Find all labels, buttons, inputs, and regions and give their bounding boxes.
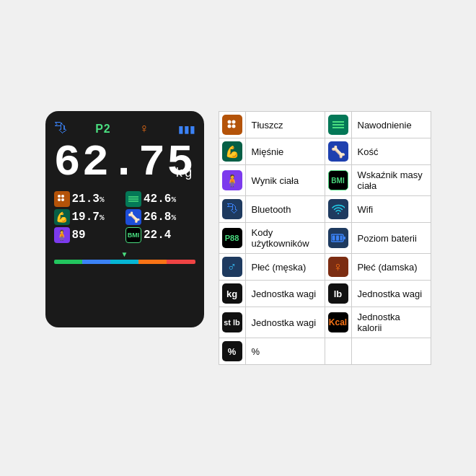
female-label: Płeć (damska) xyxy=(351,254,431,281)
fat-icon-cell xyxy=(219,112,245,138)
battery-icon-cell xyxy=(325,223,351,254)
metrics-grid: 21.3% 42.6% 💪 19.7% 🦴 26.8% 🧍 xyxy=(54,191,195,243)
bmi-label: Wskaźnik masy ciała xyxy=(351,165,431,196)
kcal-icon-cell: Kcal xyxy=(325,307,351,338)
bmi-tbl-icon: BMI xyxy=(328,170,348,190)
bottom-bar-area: ▼ xyxy=(54,250,195,267)
bone-label: Kość xyxy=(351,138,431,165)
main-weight-display: 62.75kg xyxy=(54,141,195,185)
metric-hydration: 42.6% xyxy=(125,191,195,207)
wifi-icon-cell xyxy=(325,196,351,223)
bone-value: 26.8% xyxy=(144,211,176,224)
pct-icon-cell: % xyxy=(219,338,245,365)
muscle-tbl-icon: 💪 xyxy=(222,141,242,162)
svg-rect-12 xyxy=(340,236,342,241)
color-bar xyxy=(54,260,195,264)
legend-table: Tłuszcz Nawodnienie 💪 Mięśnie 🦴 xyxy=(219,111,431,365)
bar-cyan xyxy=(110,260,138,264)
main-container: ⮷ P2 ♀ ▮▮▮ 62.75kg 21.3% 42.6% xyxy=(31,97,446,379)
table-row: st lb Jednostka wagi Kcal Jednostka kalo… xyxy=(219,307,431,338)
table-row: ♂ Płeć (męska) ♀ Płeć (damska) xyxy=(219,254,431,281)
fat-tbl-icon xyxy=(222,115,242,135)
kg-tbl-icon: kg xyxy=(222,283,242,304)
body-value: 89 xyxy=(72,229,86,242)
battery-icon: ▮▮▮ xyxy=(178,123,195,135)
bone-icon-cell: 🦴 xyxy=(325,138,351,165)
fat-icon xyxy=(54,191,70,207)
users-label: Kody użytkowników xyxy=(245,223,325,254)
male-icon-cell: ♂ xyxy=(219,254,245,281)
metric-muscle: 💪 19.7% xyxy=(54,209,124,225)
arrow-indicator: ▼ xyxy=(54,250,195,258)
svg-rect-10 xyxy=(332,236,335,241)
male-tbl-icon: ♂ xyxy=(222,257,242,277)
muscle-icon-cell: 💪 xyxy=(219,138,245,165)
legend-table-container: Tłuszcz Nawodnienie 💪 Mięśnie 🦴 xyxy=(219,111,431,365)
svg-point-3 xyxy=(61,198,64,201)
bar-orange xyxy=(138,260,167,264)
female-icon-cell: ♀ xyxy=(325,254,351,281)
bmi-icon: BMI xyxy=(125,227,141,243)
table-row: 🧍 Wynik ciała BMI Wskaźnik masy ciała xyxy=(219,165,431,196)
metric-bone: 🦴 26.8% xyxy=(125,209,195,225)
wifi-tbl-icon xyxy=(328,199,348,219)
svg-rect-11 xyxy=(336,236,339,241)
body-score-label: Wynik ciała xyxy=(245,165,325,196)
svg-point-5 xyxy=(232,120,235,124)
female-tbl-icon: ♀ xyxy=(328,257,348,277)
male-label: Płeć (męska) xyxy=(245,254,325,281)
users-tbl-icon: P88 xyxy=(222,228,242,248)
body-icon-cell: 🧍 xyxy=(219,165,245,196)
svg-point-6 xyxy=(227,125,231,128)
hydration-value: 42.6% xyxy=(144,193,176,206)
muscle-label: Mięśnie xyxy=(245,138,325,165)
bone-tbl-icon: 🦴 xyxy=(328,141,348,162)
bmi-value: 22.4 xyxy=(144,229,171,242)
bluetooth-icon-cell: ⮷ xyxy=(219,196,245,223)
bar-green xyxy=(54,260,82,264)
stlb-icon-cell: st lb xyxy=(219,307,245,338)
table-row: kg Jednostka wagi lb Jednostka wagi xyxy=(219,281,431,307)
p2-label: P2 xyxy=(95,123,111,136)
empty-label-cell xyxy=(351,338,431,365)
body-icon: 🧍 xyxy=(54,227,70,243)
metric-bmi: BMI 22.4 xyxy=(125,227,195,243)
bone-icon: 🦴 xyxy=(125,209,141,225)
wifi-label: Wifi xyxy=(351,196,431,223)
bar-blue xyxy=(82,260,110,264)
table-row: P88 Kody użytkowników Poziom baterii xyxy=(219,223,431,254)
bluetooth-icon: ⮷ xyxy=(54,121,67,136)
svg-point-7 xyxy=(232,125,235,128)
stlb-label: Jednostka wagi xyxy=(245,307,325,338)
kcal-tbl-icon: Kcal xyxy=(328,312,348,332)
svg-rect-13 xyxy=(343,237,345,239)
svg-point-8 xyxy=(338,213,339,214)
users-icon-cell: P88 xyxy=(219,223,245,254)
svg-point-2 xyxy=(58,198,61,201)
body-tbl-icon: 🧍 xyxy=(222,170,242,190)
scale-device: ⮷ P2 ♀ ▮▮▮ 62.75kg 21.3% 42.6% xyxy=(45,111,204,327)
muscle-value: 19.7% xyxy=(72,211,105,224)
table-row: Tłuszcz Nawodnienie xyxy=(219,112,431,138)
lb-label: Jednostka wagi xyxy=(351,281,431,307)
kg-label: Jednostka wagi xyxy=(245,281,325,307)
lb-icon-cell: lb xyxy=(325,281,351,307)
hydration-icon-cell xyxy=(325,112,351,138)
bluetooth-tbl-icon: ⮷ xyxy=(222,199,242,219)
person-female-icon: ♀ xyxy=(139,121,149,136)
table-row: 💪 Mięśnie 🦴 Kość xyxy=(219,138,431,165)
svg-point-1 xyxy=(61,195,64,198)
muscle-icon: 💪 xyxy=(54,209,70,225)
weight-unit: kg xyxy=(175,167,194,180)
table-row: % % xyxy=(219,338,431,365)
fat-label: Tłuszcz xyxy=(245,112,325,138)
hydration-tbl-icon xyxy=(328,115,348,135)
scale-top-row: ⮷ P2 ♀ ▮▮▮ xyxy=(54,121,195,136)
pct-label: % xyxy=(245,338,325,365)
bmi-icon-cell: BMI xyxy=(325,165,351,196)
metric-body: 🧍 89 xyxy=(54,227,124,243)
hydration-icon xyxy=(125,191,141,207)
svg-point-4 xyxy=(227,120,231,124)
fat-value: 21.3% xyxy=(72,193,105,206)
lb-tbl-icon: lb xyxy=(328,283,348,304)
